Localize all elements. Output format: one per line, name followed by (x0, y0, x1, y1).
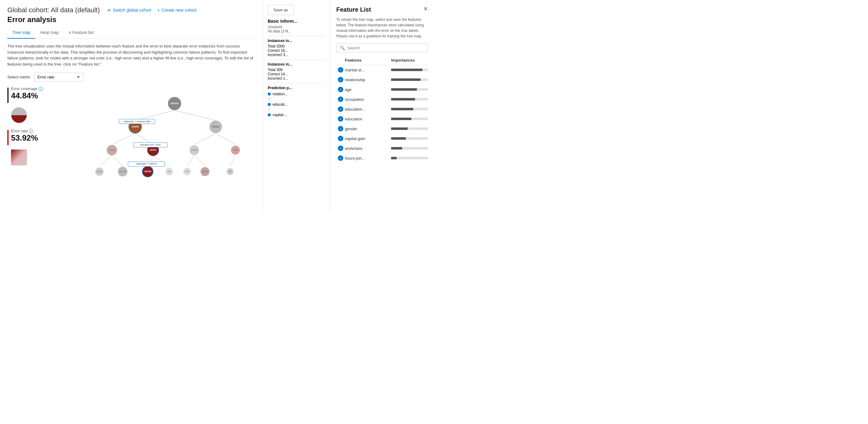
feature-name-9: hours-per... (345, 156, 391, 160)
feature-name-0: marital-st... (345, 68, 391, 72)
feature-row[interactable]: occupation (336, 95, 428, 104)
switch-icon: ⇄ (107, 8, 111, 12)
svg-text:relationship == Husband | Wife: relationship == Husband | Wife (123, 120, 150, 123)
feature-row[interactable]: capital-gain (336, 134, 428, 143)
feature-name-5: education (345, 117, 391, 121)
feature-row[interactable]: marital-st... (336, 65, 428, 74)
basic-info-title: Basic Inform... (268, 19, 325, 24)
page-title: Error analysis (7, 15, 255, 24)
tree-visualization[interactable]: 368/2000 308/899 60/1101 relationship ==… (58, 86, 255, 190)
svg-text:education-num > 10.50: education-num > 10.50 (140, 144, 160, 146)
feature-checkbox-5[interactable] (338, 116, 343, 122)
svg-line-6 (99, 156, 112, 166)
pred-dot-2 (268, 103, 271, 106)
close-button[interactable]: ✕ (423, 6, 428, 12)
coverage-legend-circle (11, 107, 27, 123)
error-rate-info-icon[interactable]: i (29, 129, 33, 133)
svg-text:capital-gain <= 4826.00: capital-gain <= 4826.00 (136, 163, 157, 165)
feature-list-panel: Feature List ✕ To retrain the tree map, … (330, 0, 434, 212)
feature-checkbox-3[interactable] (338, 96, 343, 102)
svg-text:143/548: 143/548 (109, 149, 115, 151)
feature-table: Features Importances marital-st... relat… (336, 57, 428, 163)
feature-checkbox-7[interactable] (338, 136, 343, 141)
pred-connector-2 (269, 107, 270, 112)
switch-cohort-button[interactable]: ⇄ Switch global cohort (107, 8, 151, 12)
svg-line-12 (230, 155, 236, 166)
svg-text:60/1101: 60/1101 (212, 126, 220, 128)
feature-bar-6 (391, 127, 428, 130)
basic-info-filter: All data (3 fil... (268, 29, 325, 33)
svg-text:0/45: 0/45 (167, 171, 171, 173)
total-1: Total 2000 (268, 44, 325, 49)
feature-bar-5 (391, 118, 428, 120)
feature-checkbox-2[interactable] (338, 87, 343, 92)
pred-connector-1 (269, 97, 270, 102)
feature-checkbox-0[interactable] (338, 67, 343, 72)
instances-title-1: Instances in... (268, 39, 325, 43)
feature-name-4: education... (345, 107, 391, 112)
svg-text:165/351: 165/351 (150, 149, 157, 151)
svg-text:1/532: 1/532 (185, 171, 190, 173)
tab-feature-list[interactable]: ≡ Feature list (64, 27, 98, 39)
svg-text:19/145: 19/145 (97, 171, 102, 173)
svg-line-11 (194, 155, 205, 166)
svg-text:6/25: 6/25 (228, 171, 231, 173)
feature-row[interactable]: workclass (336, 144, 428, 153)
pred-dot-1 (268, 93, 271, 96)
tab-heat-map[interactable]: Heat map (35, 27, 64, 39)
error-rate-value: 53.92% (11, 133, 38, 143)
feature-checkbox-4[interactable] (338, 106, 343, 112)
feature-name-2: age (345, 87, 391, 92)
tab-tree-map[interactable]: Tree map (7, 27, 35, 39)
search-icon: 🔍 (340, 46, 345, 50)
feature-row[interactable]: relationship (336, 75, 428, 84)
svg-text:165/306: 165/306 (144, 170, 152, 173)
incorrect-2: Incorrect 1... (268, 76, 325, 81)
feature-bar-4 (391, 108, 428, 110)
instances-title-2: Instances in... (268, 62, 325, 66)
feature-checkbox-8[interactable] (338, 146, 343, 151)
feature-bar-7 (391, 137, 428, 140)
metric-select[interactable]: Error rate Mean absolute error Mean squa… (34, 72, 83, 82)
incorrect-1: Incorrect 3... (268, 53, 325, 57)
feature-checkbox-1[interactable] (338, 77, 343, 83)
svg-line-5 (216, 133, 235, 145)
pred-item-2: educati... (273, 102, 288, 107)
correct-1: Correct 16... (268, 49, 325, 53)
error-coverage-value: 44.84% (11, 91, 43, 100)
feature-row[interactable]: education... (336, 104, 428, 114)
feature-bar-9 (391, 157, 428, 159)
error-rate-legend (11, 150, 27, 165)
svg-line-2 (112, 133, 135, 145)
total-2: Total 306 (268, 68, 325, 72)
feature-panel-title: Feature List (336, 6, 371, 13)
feature-checkbox-6[interactable] (338, 126, 343, 131)
svg-line-0 (135, 110, 175, 120)
feature-name-1: relationship (345, 78, 391, 82)
save-as-button[interactable]: Save as (268, 5, 294, 15)
feature-bar-8 (391, 147, 428, 150)
pred-dot-3 (268, 113, 271, 116)
global-cohort-title: Global cohort: All data (default) (7, 6, 100, 14)
feature-row[interactable]: hours-per... (336, 153, 428, 163)
feature-checkbox-9[interactable] (338, 155, 343, 161)
feature-row[interactable]: gender (336, 124, 428, 133)
description-text: The tree visualization uses the mutual i… (7, 43, 255, 67)
tab-bar: Tree map Heat map ≡ Feature list (7, 27, 255, 39)
create-cohort-button[interactable]: + Create new cohort (157, 8, 197, 12)
feature-name-8: workclass (345, 146, 391, 151)
feature-row[interactable]: age (336, 85, 428, 94)
pred-item-1: relation... (273, 92, 288, 96)
feature-col-header: Features (345, 58, 391, 62)
svg-line-4 (194, 133, 216, 145)
importances-col-header: Importances (391, 58, 428, 62)
error-coverage-label: Error coverage (11, 86, 37, 91)
search-input[interactable] (347, 46, 425, 50)
error-rate-label: Error rate (11, 129, 28, 133)
feature-row[interactable]: education (336, 114, 428, 123)
svg-line-10 (187, 155, 194, 166)
prediction-title: Prediction p... (268, 86, 325, 90)
feature-name-6: gender (345, 126, 391, 131)
error-coverage-info-icon[interactable]: i (39, 87, 43, 91)
plus-icon: + (157, 8, 160, 12)
